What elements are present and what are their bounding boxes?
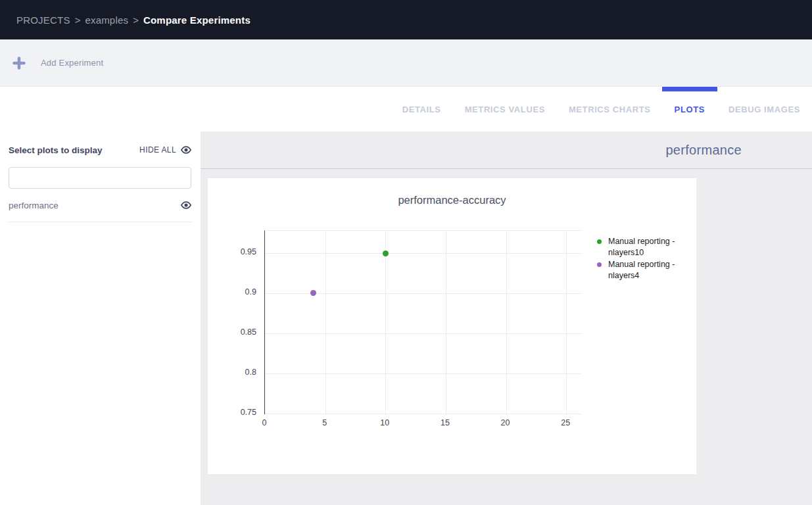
plot-group-title: performance <box>665 143 742 158</box>
chart-legend: Manual reporting - nlayers10Manual repor… <box>597 236 687 282</box>
legend-entry[interactable]: Manual reporting - nlayers4 <box>597 259 687 281</box>
legend-entry[interactable]: Manual reporting - nlayers10 <box>597 236 687 258</box>
tab-details[interactable]: DETAILS <box>401 87 442 132</box>
x-tick-label: 0 <box>248 418 281 427</box>
chart-title: performance-accuracy <box>208 194 696 206</box>
plot-card: performance-accuracy 0.750.80.850.90.95 … <box>208 178 696 474</box>
breadcrumb-separator: > <box>75 14 81 26</box>
compare-tabs-bar: DETAILS METRICS VALUES METRICS CHARTS PL… <box>0 87 812 132</box>
legend-marker-icon <box>597 239 602 244</box>
hide-all-button[interactable]: HIDE ALL <box>139 144 192 156</box>
experiments-toolbar: Add Experiment <box>0 39 812 87</box>
eye-icon[interactable] <box>180 199 192 211</box>
legend-label: Manual reporting - nlayers4 <box>608 259 687 281</box>
y-tick-label: 0.8 <box>208 368 256 377</box>
y-tick-label: 0.75 <box>208 408 256 417</box>
breadcrumb-examples[interactable]: examples <box>85 14 128 26</box>
breadcrumb-separator: > <box>133 14 139 26</box>
legend-label: Manual reporting - nlayers10 <box>608 236 687 258</box>
gridline-vertical <box>325 231 326 415</box>
gridline-vertical <box>506 231 507 415</box>
tab-plots[interactable]: PLOTS <box>673 87 706 132</box>
plot-selector-sidebar: Select plots to display HIDE ALL perform… <box>0 132 201 505</box>
gridline-horizontal <box>265 333 582 334</box>
plot-search-input[interactable] <box>9 167 191 189</box>
plot-item-label: performance <box>9 201 59 210</box>
plus-icon <box>12 56 26 70</box>
gridline-horizontal <box>265 414 582 414</box>
gridline-horizontal <box>265 253 582 254</box>
top-navigation-bar: PROJECTS > examples > Compare Experiment… <box>0 0 812 39</box>
x-tick-label: 10 <box>368 418 401 427</box>
gridline-vertical <box>566 231 567 415</box>
scatter-plot-area[interactable] <box>264 230 581 414</box>
x-tick-label: 15 <box>429 418 462 427</box>
tab-metrics-charts[interactable]: METRICS CHARTS <box>567 87 652 132</box>
breadcrumb-projects[interactable]: PROJECTS <box>16 14 70 26</box>
tab-metrics-values[interactable]: METRICS VALUES <box>464 87 546 132</box>
data-point <box>383 251 389 256</box>
breadcrumb-current-page: Compare Experiments <box>143 14 251 26</box>
y-tick-label: 0.85 <box>208 327 256 337</box>
x-tick-label: 25 <box>549 418 582 427</box>
legend-marker-icon <box>597 262 602 267</box>
y-tick-label: 0.9 <box>208 287 256 297</box>
data-point <box>310 290 316 296</box>
hide-all-label: HIDE ALL <box>139 145 176 155</box>
plot-group-header: performance <box>201 132 812 169</box>
sidebar-item-performance[interactable]: performance <box>9 199 192 222</box>
gridline-horizontal <box>265 373 582 374</box>
sidebar-title: Select plots to display <box>9 145 103 155</box>
gridline-vertical <box>446 231 446 415</box>
add-experiment-label: Add Experiment <box>41 58 103 68</box>
y-tick-label: 0.95 <box>208 247 256 256</box>
plots-panel: performance performance-accuracy 0.750.8… <box>201 132 812 505</box>
tab-debug-images[interactable]: DEBUG IMAGES <box>727 87 801 132</box>
eye-icon <box>180 144 192 156</box>
add-experiment-button[interactable]: Add Experiment <box>12 56 103 70</box>
gridline-vertical <box>385 231 386 415</box>
x-tick-label: 5 <box>308 418 341 427</box>
x-tick-label: 20 <box>489 418 522 427</box>
